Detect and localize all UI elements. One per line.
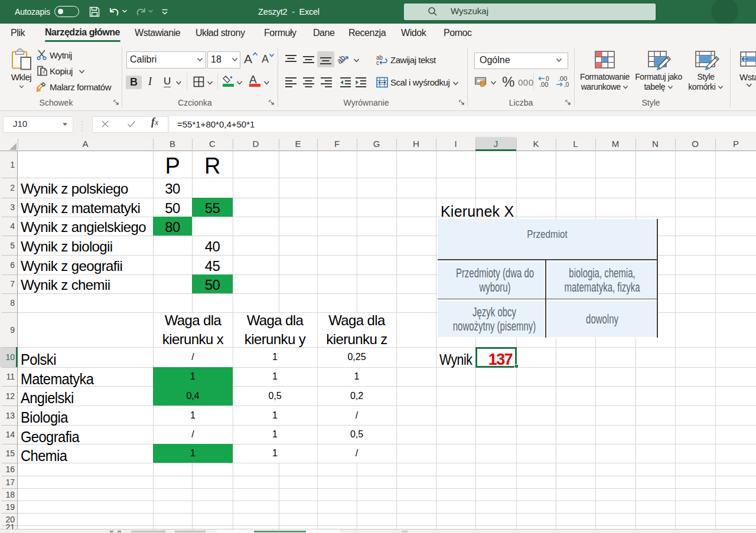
svg-text:,0: ,0 — [564, 81, 569, 87]
svg-text:.00: .00 — [539, 81, 548, 87]
svg-text:c: c — [376, 60, 379, 66]
